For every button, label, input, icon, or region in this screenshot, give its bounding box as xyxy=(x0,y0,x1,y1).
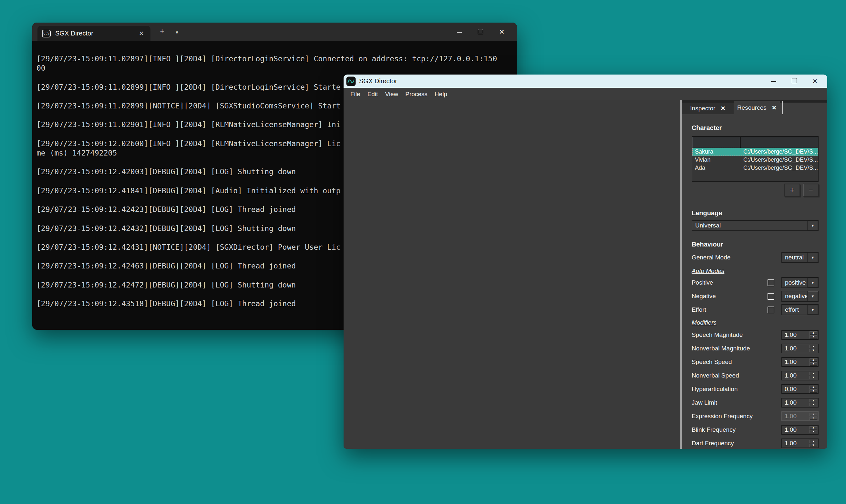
spin-up-button[interactable]: ▲ xyxy=(810,385,817,389)
app-menubar: File Edit View Process Help xyxy=(343,88,827,100)
spin-down-button[interactable]: ▼ xyxy=(810,349,817,352)
app-maximize-button[interactable] xyxy=(784,77,805,85)
jaw-limit-spinbox[interactable]: 1.00 ▲▼ xyxy=(781,398,818,408)
general-mode-value: neutral xyxy=(782,253,807,262)
spin-down-button[interactable]: ▼ xyxy=(810,335,817,339)
character-actions: + − xyxy=(692,184,818,197)
main-viewport[interactable] xyxy=(343,100,680,449)
tab-resources-label: Resources xyxy=(737,104,766,111)
menu-help[interactable]: Help xyxy=(431,91,451,98)
spin-down-button[interactable]: ▼ xyxy=(810,362,817,365)
app-title: SGX Director xyxy=(359,77,763,85)
modifier-label: Jaw Limit xyxy=(692,399,781,406)
positive-checkbox[interactable] xyxy=(768,280,774,286)
dropdown-button[interactable]: ▼ xyxy=(807,291,818,301)
spin-up-button[interactable]: ▲ xyxy=(810,345,817,348)
character-row-vivian[interactable]: Vivian C:/Users/berge/SG_DEV/S... xyxy=(692,156,818,164)
app-logo-icon xyxy=(346,76,356,86)
dropdown-button[interactable]: ▼ xyxy=(807,221,818,230)
menu-file[interactable]: File xyxy=(347,91,364,98)
spin-value: 1.00 xyxy=(782,439,809,448)
spin-value: 1.00 xyxy=(782,372,809,380)
desktop: C:\ SGX Director ✕ + ∨ ✕ [29/07/23-15:09… xyxy=(0,0,846,504)
right-panel: Inspector ✕ Resources ✕ Character xyxy=(682,100,827,449)
modifier-row-nonverbal-magnitude: Nonverbal Magnitude 1.00 ▲▼ xyxy=(692,344,818,353)
spin-down-button[interactable]: ▼ xyxy=(810,390,817,393)
speech-speed-spinbox[interactable]: 1.00 ▲▼ xyxy=(781,357,818,367)
terminal-window-controls: ✕ xyxy=(448,23,512,41)
modifier-label: Hyperarticulation xyxy=(692,385,781,393)
dropdown-button[interactable]: ▼ xyxy=(807,253,818,262)
modifier-label: Nonverbal Magnitude xyxy=(692,345,781,352)
panel-content: Character Sakura C:/Users/berge/SG_DEV/S… xyxy=(682,114,827,448)
dart-frequency-spinbox[interactable]: 1.00 ▲▼ xyxy=(781,438,818,448)
spin-up-button[interactable]: ▲ xyxy=(810,399,817,402)
command-prompt-icon: C:\ xyxy=(42,30,51,37)
nonverbal-speed-spinbox[interactable]: 1.00 ▲▼ xyxy=(781,371,818,380)
negative-checkbox[interactable] xyxy=(768,293,774,300)
spin-up-button[interactable]: ▲ xyxy=(810,359,817,362)
remove-character-button[interactable]: − xyxy=(803,184,818,197)
terminal-maximize-button[interactable] xyxy=(470,28,491,36)
tab-resources-close-icon[interactable]: ✕ xyxy=(772,104,777,111)
app-titlebar[interactable]: SGX Director ✕ xyxy=(343,74,827,88)
spin-up-button[interactable]: ▲ xyxy=(810,440,817,443)
terminal-close-button[interactable]: ✕ xyxy=(491,28,512,36)
negative-select[interactable]: negative ▼ xyxy=(781,291,818,302)
character-name: Sakura xyxy=(692,148,741,155)
character-table-header-path[interactable] xyxy=(741,137,818,148)
auto-mode-row-negative: Negative negative ▼ xyxy=(692,291,818,302)
add-character-button[interactable]: + xyxy=(784,184,800,197)
speech-magnitude-spinbox[interactable]: 1.00 ▲▼ xyxy=(781,330,818,340)
dropdown-button[interactable]: ▼ xyxy=(807,305,818,314)
general-mode-select[interactable]: neutral ▼ xyxy=(781,252,818,263)
modifier-row-blink-frequency: Blink Frequency 1.00 ▲▼ xyxy=(692,425,818,435)
dropdown-button[interactable]: ▼ xyxy=(807,278,818,288)
character-table-header-name[interactable] xyxy=(692,137,741,148)
nonverbal-magnitude-spinbox[interactable]: 1.00 ▲▼ xyxy=(781,344,818,353)
spin-down-button[interactable]: ▼ xyxy=(810,444,817,447)
modifier-label: Blink Frequency xyxy=(692,426,781,433)
effort-select[interactable]: effort ▼ xyxy=(781,304,818,315)
chevron-down-icon: ▼ xyxy=(811,255,815,259)
modifier-label: Speech Magnitude xyxy=(692,331,781,339)
menu-edit[interactable]: Edit xyxy=(364,91,382,98)
spin-value: 0.00 xyxy=(782,385,809,393)
character-path: C:/Users/berge/SG_DEV/S... xyxy=(741,165,818,171)
hyperarticulation-spinbox[interactable]: 0.00 ▲▼ xyxy=(781,384,818,394)
effort-checkbox[interactable] xyxy=(768,307,774,313)
app-minimize-button[interactable] xyxy=(763,77,784,85)
language-select[interactable]: Universal ▼ xyxy=(692,220,818,231)
terminal-tab[interactable]: C:\ SGX Director ✕ xyxy=(37,26,151,41)
auto-mode-row-positive: Positive positive ▼ xyxy=(692,277,818,288)
spin-down-button[interactable]: ▼ xyxy=(810,376,817,379)
language-heading: Language xyxy=(692,210,818,217)
character-row-sakura[interactable]: Sakura C:/Users/berge/SG_DEV/S... xyxy=(692,148,818,156)
menu-view[interactable]: View xyxy=(381,91,402,98)
tab-dropdown-icon[interactable]: ∨ xyxy=(171,29,183,35)
chevron-down-icon: ▼ xyxy=(811,223,815,228)
terminal-tab-close-icon[interactable]: ✕ xyxy=(137,30,146,37)
menu-process[interactable]: Process xyxy=(402,91,431,98)
tab-resources[interactable]: Resources ✕ xyxy=(734,101,780,114)
spin-down-button[interactable]: ▼ xyxy=(810,430,817,433)
spin-value: 1.00 xyxy=(782,358,809,366)
character-row-ada[interactable]: Ada C:/Users/berge/SG_DEV/S... xyxy=(692,164,818,172)
spin-up-button[interactable]: ▲ xyxy=(810,426,817,430)
tab-inspector[interactable]: Inspector ✕ xyxy=(682,103,734,114)
tab-inspector-close-icon[interactable]: ✕ xyxy=(720,105,725,112)
spin-up-button[interactable]: ▲ xyxy=(810,331,817,335)
spin-up-button[interactable]: ▲ xyxy=(810,372,817,375)
blink-frequency-spinbox[interactable]: 1.00 ▲▼ xyxy=(781,425,818,435)
modifier-label: Expression Frequency xyxy=(692,413,781,420)
new-tab-button[interactable]: + xyxy=(156,27,168,36)
effort-value: effort xyxy=(782,305,807,314)
terminal-titlebar[interactable]: C:\ SGX Director ✕ + ∨ ✕ xyxy=(32,23,517,41)
terminal-minimize-button[interactable] xyxy=(448,28,470,36)
spin-up-button: ▲ xyxy=(810,413,817,416)
expression-frequency-spinbox: 1.00 ▲▼ xyxy=(781,411,818,421)
spin-value: 1.00 xyxy=(782,344,809,353)
app-close-button[interactable]: ✕ xyxy=(805,77,825,85)
spin-down-button[interactable]: ▼ xyxy=(810,403,817,406)
positive-select[interactable]: positive ▼ xyxy=(781,277,818,288)
